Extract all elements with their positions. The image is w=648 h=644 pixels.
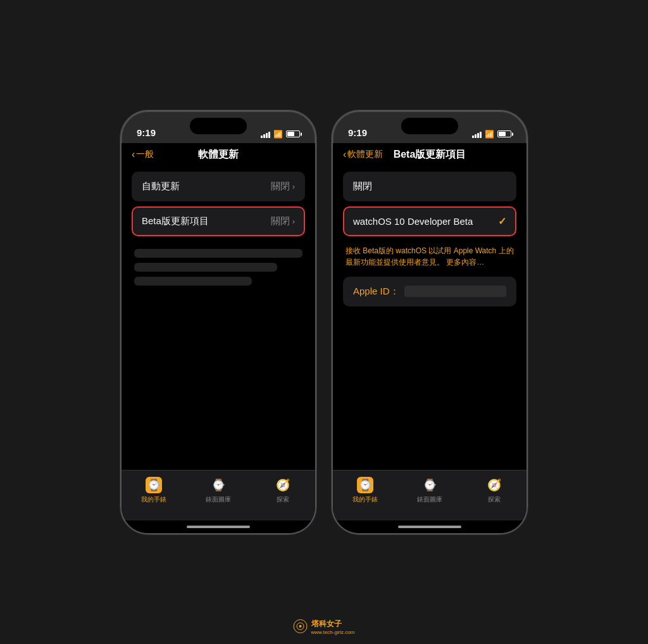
my-watch-icon-right: ⌚ [357, 477, 373, 493]
blur-line-1 [134, 249, 302, 258]
battery-icon-right [497, 130, 511, 137]
content-area-right: 關閉 watchOS 10 Developer Beta ✓ 接收 Beta版的… [333, 164, 526, 470]
option-off-row[interactable]: 關閉 [343, 172, 516, 201]
status-icons-left: 📶 [261, 130, 300, 138]
nav-bar-right: ‹ 軟體更新 Beta版更新項目 [333, 143, 526, 164]
back-button-left[interactable]: ‹ 一般 [132, 149, 154, 160]
watermark-site-name: 塔科女子 [311, 619, 342, 628]
tab-bar-right: ⌚ 我的手錶 ⌚ 錶面圖庫 🧭 探索 [333, 470, 526, 521]
tab-explore-label-right: 探索 [488, 495, 501, 504]
status-time-left: 9:19 [137, 127, 156, 138]
phone2-content: ‹ 軟體更新 Beta版更新項目 關閉 watchOS 10 Developer… [333, 143, 526, 533]
my-watch-icon-left: ⌚ [146, 477, 162, 493]
back-button-right[interactable]: ‹ 軟體更新 [343, 149, 383, 160]
explore-icon-left: 🧭 [275, 477, 291, 493]
tab-my-watch-label-left: 我的手錶 [141, 495, 166, 504]
chevron-right-icon-2: › [292, 217, 295, 226]
home-bar-right [398, 526, 461, 528]
apple-id-value [404, 286, 506, 297]
tab-watch-face-label-right: 錶面圖庫 [417, 495, 442, 504]
dynamic-island-left [190, 118, 247, 134]
option-developer-beta-row[interactable]: watchOS 10 Developer Beta ✓ [343, 206, 516, 236]
watch-face-icon-left: ⌚ [210, 477, 227, 493]
watermark-url: www.tech-girlz.com [311, 629, 355, 635]
blur-line-2 [134, 263, 277, 272]
beta-description: 接收 Beta版的 watchOS 以試用 Apple Watch 上的最新功能… [343, 241, 516, 272]
blurred-section [132, 249, 305, 291]
signal-icon-left [261, 130, 270, 138]
chevron-left-icon-right: ‹ [343, 149, 346, 160]
tab-watch-face-left[interactable]: ⌚ 錶面圖庫 [199, 477, 237, 504]
auto-update-row[interactable]: 自動更新 關閉 › [132, 172, 305, 201]
apple-id-row: Apple ID： [343, 277, 516, 306]
blur-line-3 [134, 277, 252, 286]
description-link[interactable]: 更多內容… [446, 258, 484, 267]
option-off-label: 關閉 [353, 180, 372, 193]
home-indicator-left [122, 521, 315, 533]
tab-explore-label-left: 探索 [277, 495, 289, 504]
phone-right: 9:19 📶 ‹ 軟體更新 Beta版更新項目 關閉 watchOS 10 De [332, 110, 528, 534]
beta-update-value-text: 關閉 [271, 215, 290, 227]
watermark: 塔科女子 www.tech-girlz.com [294, 617, 355, 635]
auto-update-label: 自動更新 [142, 180, 180, 193]
apple-id-label: Apple ID： [353, 286, 399, 298]
wifi-icon-left: 📶 [273, 130, 283, 138]
tab-explore-left[interactable]: 🧭 探索 [264, 477, 302, 504]
battery-icon-left [286, 130, 300, 137]
auto-update-value-text: 關閉 [271, 180, 290, 193]
nav-title-right: Beta版更新項目 [394, 148, 466, 161]
status-time-right: 9:19 [348, 127, 367, 138]
dynamic-island-right [401, 118, 458, 134]
home-indicator-right [333, 521, 526, 533]
tab-my-watch-right[interactable]: ⌚ 我的手錶 [346, 477, 384, 504]
tab-watch-face-right[interactable]: ⌚ 錶面圖庫 [411, 477, 449, 504]
back-label-right: 軟體更新 [347, 149, 383, 160]
home-bar-left [187, 526, 250, 528]
wifi-icon-right: 📶 [485, 130, 494, 138]
tab-bar-left: ⌚ 我的手錶 ⌚ 錶面圖庫 🧭 探索 [122, 470, 315, 521]
explore-icon-right: 🧭 [486, 477, 502, 493]
back-label-left: 一般 [136, 149, 154, 160]
nav-bar-left: ‹ 一般 軟體更新 [122, 143, 315, 164]
watermark-text-block: 塔科女子 www.tech-girlz.com [311, 617, 355, 635]
beta-update-row[interactable]: Beta版更新項目 關閉 › [132, 206, 305, 236]
tab-watch-face-label-left: 錶面圖庫 [206, 495, 231, 504]
beta-update-label: Beta版更新項目 [142, 215, 209, 227]
description-text-main: 接收 Beta版的 watchOS 以試用 Apple Watch 上的最新功能… [346, 246, 514, 267]
auto-update-value: 關閉 › [271, 180, 295, 193]
status-icons-right: 📶 [472, 130, 511, 138]
tab-my-watch-label-right: 我的手錶 [352, 495, 378, 504]
option-developer-beta-label: watchOS 10 Developer Beta [353, 216, 473, 227]
chevron-left-icon: ‹ [132, 149, 135, 160]
beta-update-value: 關閉 › [271, 215, 295, 227]
signal-icon-right [472, 130, 482, 138]
nav-title-left: 軟體更新 [198, 148, 239, 161]
content-area-left: 自動更新 關閉 › Beta版更新項目 關閉 › [122, 164, 315, 470]
phone-left: 9:19 📶 ‹ 一般 軟體更新 自動更新 關閉 › [120, 110, 316, 534]
phone1-content: ‹ 一般 軟體更新 自動更新 關閉 › Beta版更新項目 關閉 › [122, 143, 315, 533]
tab-explore-right[interactable]: 🧭 探索 [475, 477, 513, 504]
tab-my-watch-left[interactable]: ⌚ 我的手錶 [135, 477, 173, 504]
watermark-icon [294, 619, 308, 633]
watermark-icon-inner [297, 622, 304, 630]
watch-face-icon-right: ⌚ [421, 477, 438, 493]
checkmark-icon: ✓ [498, 215, 506, 227]
chevron-right-icon-1: › [292, 182, 295, 191]
